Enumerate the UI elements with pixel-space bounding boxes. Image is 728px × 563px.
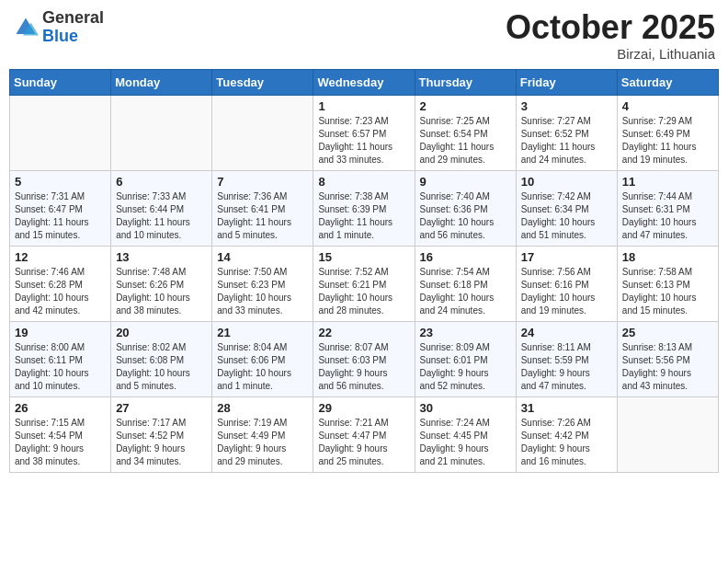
calendar-cell	[111, 95, 212, 170]
day-info: Sunrise: 8:13 AM Sunset: 5:56 PM Dayligh…	[622, 341, 713, 393]
day-info: Sunrise: 7:36 AM Sunset: 6:41 PM Dayligh…	[217, 190, 308, 242]
day-number: 9	[420, 175, 511, 189]
calendar-cell: 24Sunrise: 8:11 AM Sunset: 5:59 PM Dayli…	[516, 321, 617, 396]
calendar-cell: 31Sunrise: 7:26 AM Sunset: 4:42 PM Dayli…	[516, 396, 617, 472]
calendar-week-row: 19Sunrise: 8:00 AM Sunset: 6:11 PM Dayli…	[10, 321, 719, 396]
calendar-header-wednesday: Wednesday	[313, 69, 415, 95]
calendar-cell: 25Sunrise: 8:13 AM Sunset: 5:56 PM Dayli…	[617, 321, 718, 396]
calendar-cell: 2Sunrise: 7:25 AM Sunset: 6:54 PM Daylig…	[415, 95, 516, 170]
calendar-cell: 29Sunrise: 7:21 AM Sunset: 4:47 PM Dayli…	[313, 396, 415, 472]
calendar-cell: 22Sunrise: 8:07 AM Sunset: 6:03 PM Dayli…	[313, 321, 415, 396]
calendar-header-friday: Friday	[516, 69, 617, 95]
calendar-cell	[212, 95, 313, 170]
day-number: 22	[318, 326, 409, 339]
day-number: 12	[15, 250, 106, 264]
calendar-cell: 27Sunrise: 7:17 AM Sunset: 4:52 PM Dayli…	[111, 396, 212, 472]
page-header: General Blue October 2025 Birzai, Lithua…	[9, 9, 719, 62]
day-info: Sunrise: 8:11 AM Sunset: 5:59 PM Dayligh…	[521, 341, 612, 393]
day-info: Sunrise: 8:02 AM Sunset: 6:08 PM Dayligh…	[116, 341, 207, 393]
calendar-cell: 5Sunrise: 7:31 AM Sunset: 6:47 PM Daylig…	[10, 170, 111, 246]
day-number: 31	[521, 401, 612, 415]
calendar-cell: 19Sunrise: 8:00 AM Sunset: 6:11 PM Dayli…	[10, 321, 111, 396]
calendar-week-row: 5Sunrise: 7:31 AM Sunset: 6:47 PM Daylig…	[10, 170, 719, 246]
calendar-header-tuesday: Tuesday	[212, 69, 313, 95]
calendar-cell: 20Sunrise: 8:02 AM Sunset: 6:08 PM Dayli…	[111, 321, 212, 396]
month-title: October 2025	[506, 9, 715, 46]
calendar-cell: 7Sunrise: 7:36 AM Sunset: 6:41 PM Daylig…	[212, 170, 313, 246]
calendar-week-row: 1Sunrise: 7:23 AM Sunset: 6:57 PM Daylig…	[10, 95, 719, 170]
calendar-cell: 1Sunrise: 7:23 AM Sunset: 6:57 PM Daylig…	[313, 95, 415, 170]
day-info: Sunrise: 7:50 AM Sunset: 6:23 PM Dayligh…	[217, 266, 308, 317]
day-number: 3	[521, 99, 612, 113]
calendar-week-row: 26Sunrise: 7:15 AM Sunset: 4:54 PM Dayli…	[10, 396, 719, 472]
day-info: Sunrise: 7:46 AM Sunset: 6:28 PM Dayligh…	[15, 266, 106, 317]
day-number: 8	[318, 175, 409, 189]
calendar-cell: 23Sunrise: 8:09 AM Sunset: 6:01 PM Dayli…	[415, 321, 516, 396]
calendar-cell: 28Sunrise: 7:19 AM Sunset: 4:49 PM Dayli…	[212, 396, 313, 472]
calendar-cell: 3Sunrise: 7:27 AM Sunset: 6:52 PM Daylig…	[516, 95, 617, 170]
day-number: 15	[318, 250, 409, 264]
logo-blue-text: Blue	[42, 28, 104, 46]
day-number: 1	[318, 99, 409, 113]
day-info: Sunrise: 8:07 AM Sunset: 6:03 PM Dayligh…	[318, 341, 409, 393]
calendar-cell: 21Sunrise: 8:04 AM Sunset: 6:06 PM Dayli…	[212, 321, 313, 396]
calendar-header-row: SundayMondayTuesdayWednesdayThursdayFrid…	[10, 69, 719, 95]
calendar-header-thursday: Thursday	[415, 69, 516, 95]
day-number: 24	[521, 326, 612, 339]
day-info: Sunrise: 7:54 AM Sunset: 6:18 PM Dayligh…	[420, 266, 511, 317]
calendar-cell: 18Sunrise: 7:58 AM Sunset: 6:13 PM Dayli…	[617, 246, 718, 321]
day-number: 10	[521, 175, 612, 189]
day-number: 6	[116, 175, 207, 189]
day-info: Sunrise: 7:26 AM Sunset: 4:42 PM Dayligh…	[521, 417, 612, 468]
day-number: 11	[622, 175, 713, 189]
logo-text: General Blue	[42, 9, 104, 46]
day-number: 27	[116, 401, 207, 415]
day-number: 21	[217, 326, 308, 339]
calendar-cell: 15Sunrise: 7:52 AM Sunset: 6:21 PM Dayli…	[313, 246, 415, 321]
day-info: Sunrise: 7:31 AM Sunset: 6:47 PM Dayligh…	[15, 190, 106, 242]
day-info: Sunrise: 7:29 AM Sunset: 6:49 PM Dayligh…	[622, 115, 713, 167]
day-number: 29	[318, 401, 409, 415]
day-info: Sunrise: 8:04 AM Sunset: 6:06 PM Dayligh…	[217, 341, 308, 393]
day-info: Sunrise: 7:23 AM Sunset: 6:57 PM Dayligh…	[318, 115, 409, 167]
calendar-cell: 16Sunrise: 7:54 AM Sunset: 6:18 PM Dayli…	[415, 246, 516, 321]
day-info: Sunrise: 7:33 AM Sunset: 6:44 PM Dayligh…	[116, 190, 207, 242]
calendar-cell	[10, 95, 111, 170]
day-info: Sunrise: 7:56 AM Sunset: 6:16 PM Dayligh…	[521, 266, 612, 317]
day-number: 28	[217, 401, 308, 415]
calendar-header-sunday: Sunday	[10, 69, 111, 95]
day-number: 26	[15, 401, 106, 415]
day-number: 30	[420, 401, 511, 415]
day-number: 17	[521, 250, 612, 264]
day-number: 13	[116, 250, 207, 264]
day-info: Sunrise: 8:00 AM Sunset: 6:11 PM Dayligh…	[15, 341, 106, 393]
calendar-cell: 10Sunrise: 7:42 AM Sunset: 6:34 PM Dayli…	[516, 170, 617, 246]
day-info: Sunrise: 7:58 AM Sunset: 6:13 PM Dayligh…	[622, 266, 713, 317]
day-info: Sunrise: 7:25 AM Sunset: 6:54 PM Dayligh…	[420, 115, 511, 167]
day-number: 25	[622, 326, 713, 339]
calendar-table: SundayMondayTuesdayWednesdayThursdayFrid…	[9, 69, 719, 473]
calendar-week-row: 12Sunrise: 7:46 AM Sunset: 6:28 PM Dayli…	[10, 246, 719, 321]
day-number: 18	[622, 250, 713, 264]
day-info: Sunrise: 7:27 AM Sunset: 6:52 PM Dayligh…	[521, 115, 612, 167]
calendar-cell: 4Sunrise: 7:29 AM Sunset: 6:49 PM Daylig…	[617, 95, 718, 170]
day-info: Sunrise: 7:44 AM Sunset: 6:31 PM Dayligh…	[622, 190, 713, 242]
day-number: 7	[217, 175, 308, 189]
day-number: 19	[15, 326, 106, 339]
day-info: Sunrise: 7:40 AM Sunset: 6:36 PM Dayligh…	[420, 190, 511, 242]
day-info: Sunrise: 7:52 AM Sunset: 6:21 PM Dayligh…	[318, 266, 409, 317]
day-info: Sunrise: 7:19 AM Sunset: 4:49 PM Dayligh…	[217, 417, 308, 468]
day-info: Sunrise: 7:17 AM Sunset: 4:52 PM Dayligh…	[116, 417, 207, 468]
calendar-cell: 12Sunrise: 7:46 AM Sunset: 6:28 PM Dayli…	[10, 246, 111, 321]
day-info: Sunrise: 7:42 AM Sunset: 6:34 PM Dayligh…	[521, 190, 612, 242]
day-info: Sunrise: 7:15 AM Sunset: 4:54 PM Dayligh…	[15, 417, 106, 468]
day-number: 23	[420, 326, 511, 339]
day-number: 4	[622, 99, 713, 113]
calendar-cell: 8Sunrise: 7:38 AM Sunset: 6:39 PM Daylig…	[313, 170, 415, 246]
day-number: 20	[116, 326, 207, 339]
calendar-cell	[617, 396, 718, 472]
calendar-cell: 6Sunrise: 7:33 AM Sunset: 6:44 PM Daylig…	[111, 170, 212, 246]
day-info: Sunrise: 7:24 AM Sunset: 4:45 PM Dayligh…	[420, 417, 511, 468]
logo: General Blue	[13, 9, 104, 46]
calendar-cell: 13Sunrise: 7:48 AM Sunset: 6:26 PM Dayli…	[111, 246, 212, 321]
